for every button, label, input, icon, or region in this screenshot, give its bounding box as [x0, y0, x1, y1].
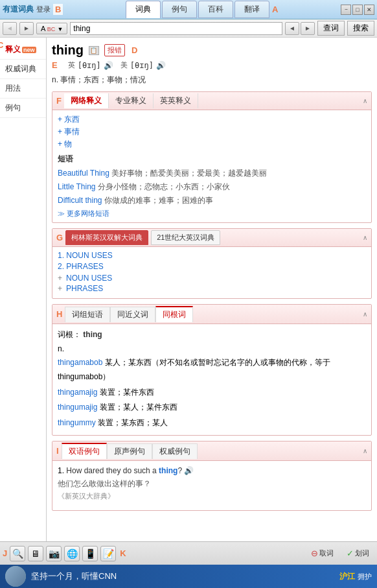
more-phrases-link[interactable]: 更多网络短语: [58, 209, 366, 218]
login-button[interactable]: 登录: [36, 5, 51, 14]
example-num-1: 1.: [58, 466, 66, 475]
label-f: F: [56, 96, 62, 106]
root-word-1[interactable]: thingamabob: [58, 358, 102, 367]
collapse-examples[interactable]: ∧: [363, 447, 367, 454]
label-b: B: [53, 4, 63, 15]
screen-tool-button[interactable]: 🖥: [28, 546, 43, 561]
sidebar-usage-label: 用法: [5, 83, 21, 94]
british-pronunciation: 英 [θɪŋ] 🔊: [68, 60, 113, 70]
tab-native-examples[interactable]: 原声例句: [107, 443, 152, 459]
root-def-2: 装置；某件东西: [100, 388, 154, 397]
collins-tabs: 柯林斯英汉双解大词典 21世纪大英汉词典: [65, 230, 220, 245]
ad-avatar: [5, 566, 26, 587]
tab-collins-bilingual[interactable]: 柯林斯英汉双解大词典: [65, 230, 148, 245]
minimize-button[interactable]: －: [341, 5, 351, 15]
sidebar-item-authoritative[interactable]: 权威词典: [0, 60, 46, 79]
net-item-2[interactable]: 事情: [58, 126, 366, 137]
search-tool-button[interactable]: 🔍: [10, 546, 25, 561]
plus-icon-2: +: [58, 284, 62, 293]
root-entry-4: thingummy 装置；某东西；某人: [58, 416, 366, 430]
american-sound-icon[interactable]: 🔊: [156, 61, 165, 70]
sidebar-item-usage[interactable]: 用法: [0, 79, 46, 99]
main-area: C 释义 new 权威词典 用法 例句 thing 📋 报错 D E: [0, 38, 377, 541]
cancel-word-button[interactable]: ⊖ 取词: [306, 547, 339, 560]
tab-professional-meaning[interactable]: 专业释义: [109, 93, 154, 108]
mobile-tool-button[interactable]: 📱: [82, 546, 98, 561]
collapse-net-meaning[interactable]: ∧: [363, 97, 367, 104]
word-icons: 📋: [89, 46, 99, 55]
rule-word-button[interactable]: ✓ 划词: [341, 547, 374, 560]
root-word-4[interactable]: thingummy: [58, 418, 96, 427]
collins-sub-noun[interactable]: + NOUN USES: [58, 274, 366, 283]
sidebar-item-examples[interactable]: 例句: [0, 99, 46, 118]
tab-root-words[interactable]: 同根词: [155, 306, 193, 322]
tab-dictionary[interactable]: 词典: [126, 1, 161, 18]
title-left: 有道词典 登录 B: [3, 4, 63, 15]
net-meaning-body: 东西 事情 物 短语 Beautiful Thing 美好事物；酷爱美美丽；爱最…: [52, 110, 371, 222]
root-word-2[interactable]: thingamajig: [58, 388, 97, 397]
root-entry-1: thingamabob 某人；某东西（对不知名或暂时忘记名字的人或事物的代称，等…: [58, 356, 366, 384]
collins-item-phrases[interactable]: 2. PHRASES: [58, 262, 366, 271]
phrase-item-3: Difficult thing 你做成的难事；难事；困难的事: [58, 194, 366, 206]
close-button[interactable]: ✕: [364, 5, 374, 15]
search-input[interactable]: [70, 22, 282, 35]
net-item-3[interactable]: 物: [58, 139, 366, 150]
collins-body: 1. NOUN USES 2. PHRASES + NOUN USES + PH…: [52, 247, 371, 298]
label-d: D: [131, 45, 137, 55]
restore-button[interactable]: □: [352, 5, 363, 15]
ad-right: 沪江 拥护: [339, 571, 372, 582]
collins-item-noun[interactable]: 1. NOUN USES: [58, 251, 366, 260]
spell-icon: A: [41, 25, 45, 32]
sidebar-examples-label: 例句: [5, 102, 21, 113]
label-j: J: [3, 548, 7, 558]
tab-english-meaning[interactable]: 英英释义: [154, 93, 198, 108]
search-history-forward[interactable]: ►: [301, 22, 315, 35]
collins-sub-noun-label: NOUN USES: [66, 274, 112, 283]
rule-icon: ✓: [347, 548, 354, 558]
phrase-def-1: 美好事物；酷爱美美丽；爱最美；越爱越美丽: [111, 169, 267, 178]
add-to-notebook-icon[interactable]: 📋: [89, 46, 99, 55]
note-tool-button[interactable]: 📝: [100, 546, 116, 561]
example-sound-1[interactable]: 🔊: [184, 465, 193, 474]
collins-sub-phrases[interactable]: + PHRASES: [58, 284, 366, 293]
search-button[interactable]: 搜索: [347, 21, 374, 36]
phrase-word-1[interactable]: Beautiful Thing: [58, 169, 109, 178]
collins-sub-items: + NOUN USES + PHRASES: [58, 274, 366, 293]
spell-check-button[interactable]: A BC ▼: [36, 23, 67, 34]
collapse-roots[interactable]: ∧: [363, 311, 367, 318]
tab-synonyms[interactable]: 同近义词: [110, 307, 155, 322]
tab-encyclopedia[interactable]: 百科: [198, 1, 233, 18]
sidebar-item-definition[interactable]: 释义 new: [0, 40, 46, 60]
back-button[interactable]: ◄: [3, 22, 17, 35]
plus-icon-1: +: [58, 274, 62, 283]
collins-header: G 柯林斯英汉双解大词典 21世纪大英汉词典 ∧: [52, 229, 371, 247]
search-history-back[interactable]: ◄: [285, 22, 299, 35]
root-entry-2: thingamajig 装置；某件东西: [58, 386, 366, 400]
sidebar: C 释义 new 权威词典 用法 例句: [0, 38, 47, 541]
british-sound-icon[interactable]: 🔊: [104, 61, 113, 70]
cancel-icon: ⊖: [311, 548, 318, 558]
tab-translate[interactable]: 翻译: [234, 1, 269, 18]
spell-label: BC: [47, 26, 56, 32]
web-tool-button[interactable]: 🌐: [64, 546, 80, 561]
root-pos: n.: [58, 342, 366, 357]
british-ipa: [θɪŋ]: [78, 61, 101, 70]
phrase-word-2[interactable]: Little Thing: [58, 182, 95, 191]
phrase-word-3[interactable]: Difficult thing: [58, 196, 102, 205]
tab-21century[interactable]: 21世纪大英汉词典: [151, 230, 220, 245]
forward-button[interactable]: ►: [19, 22, 34, 35]
root-word-3[interactable]: thingumajig: [58, 403, 97, 412]
tab-phrases-group[interactable]: 词组短语: [65, 307, 110, 322]
tab-net-meaning[interactable]: 网络释义: [64, 93, 109, 108]
examples-body: 1. How dared they do such a thing? 🔊 他们怎…: [52, 461, 371, 510]
root-def-4: 装置；某东西；某人: [98, 418, 168, 427]
report-error-button[interactable]: 报错: [104, 44, 125, 56]
net-item-1[interactable]: 东西: [58, 114, 366, 125]
tab-bilingual-examples[interactable]: 双语例句: [62, 443, 107, 459]
camera-tool-button[interactable]: 📷: [46, 546, 62, 561]
tab-authoritative-examples[interactable]: 权威例句: [152, 443, 198, 459]
collapse-collins[interactable]: ∧: [363, 234, 367, 241]
label-i: I: [56, 446, 59, 456]
tab-examples[interactable]: 例句: [162, 1, 197, 18]
lookup-button[interactable]: 查词: [317, 21, 345, 36]
